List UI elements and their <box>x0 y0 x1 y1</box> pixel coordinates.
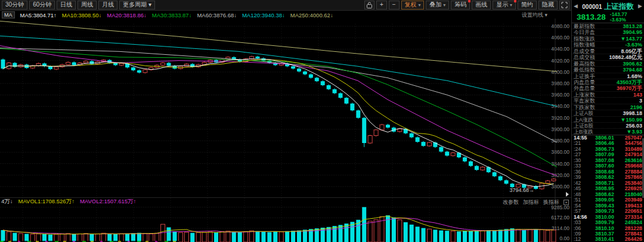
tab-weekly[interactable]: 周线 <box>78 1 97 10</box>
svg-text:4000.00: 4000.00 <box>551 69 569 75</box>
overlay-label: 叠加 <box>429 1 441 8</box>
quote-row-value: 3904.95 <box>623 29 642 35</box>
volume-bars-layer <box>1 207 556 242</box>
quote-row-label: 上证A股 <box>574 110 593 116</box>
quote-row-value: 3906.62 <box>623 61 642 66</box>
stock-name: 上证指数 <box>604 2 634 11</box>
drawline-button[interactable]: 画线 <box>472 1 491 10</box>
quote-row-value: 2196 <box>630 104 642 110</box>
svg-text:3960.00: 3960.00 <box>551 92 569 98</box>
ma-indicator-chip[interactable]: MA <box>2 11 15 18</box>
quote-row-label: 指数涨幅 <box>574 42 595 47</box>
svg-text:4080.00: 4080.00 <box>551 23 569 29</box>
quote-row: 总成交量8.05亿手 <box>572 48 644 54</box>
link-switch-indicator[interactable]: 换指标 <box>543 198 559 206</box>
quote-row: 总成交额10862.48亿元 <box>572 54 644 60</box>
ma-lines-layer <box>0 21 557 187</box>
quote-row: 平盘家数3 <box>572 98 644 104</box>
notification-dot-icon <box>468 0 470 2</box>
quote-row-label: 上涨家数 <box>574 92 595 97</box>
tab-30min[interactable]: 30分钟 <box>2 1 27 10</box>
quote-row-value: 43503万手 <box>617 79 642 85</box>
close-box-icon[interactable]: × <box>564 200 569 205</box>
quote-row: 指数涨幅-3.63% <box>572 42 644 48</box>
quote-row-label: 总成交额 <box>574 54 595 60</box>
volume-header-vol-value: 4万↓ <box>1 198 13 206</box>
tab-daily[interactable]: 日线 <box>57 1 76 10</box>
quote-row-value: ▼3.93 <box>627 129 642 134</box>
tick-row: :123810.41264426 <box>572 237 644 242</box>
svg-text:3940.00: 3940.00 <box>551 103 569 109</box>
quote-row: 最低指数3794.68 <box>572 67 644 73</box>
svg-text:4040.00: 4040.00 <box>551 46 569 52</box>
stock-code: 000001 <box>582 4 602 10</box>
chips-button[interactable]: 筹码 <box>451 1 470 10</box>
quote-row: 最高指数3906.62 <box>572 61 644 67</box>
ma-legend-item-ma60: MA60:3876.68↓ <box>197 12 237 18</box>
quote-row: 外盘总量36970万手 <box>572 85 644 91</box>
quote-row-label: 最高指数 <box>574 61 595 66</box>
volume-header-mavol1: MAVOL1:1708.526万↑ <box>18 198 75 206</box>
svg-text:0.00: 0.00 <box>559 235 569 241</box>
quote-row-label: 总成交量 <box>574 48 595 54</box>
next-stock-arrow-icon[interactable]: ▶ <box>637 3 643 9</box>
zoom-out-button[interactable]: − <box>389 1 400 10</box>
quote-row-value: -3.63% <box>625 42 642 47</box>
lock-icon[interactable] <box>364 1 374 10</box>
ma-legend-item-ma20: MA20:3818.86↓ <box>107 12 147 18</box>
quote-panel-header: ◀ 000001上证指数 ▶ <box>572 0 644 12</box>
display-label: 显示 <box>496 1 508 8</box>
quote-row: 今日开盘3904.95 <box>572 29 644 35</box>
quote-row-value: 8.05亿手 <box>621 48 642 54</box>
quote-row-label: 上B涨跌 <box>574 129 593 134</box>
hide-button[interactable]: 隐藏 <box>538 1 558 10</box>
last-price: 3813.28 <box>577 13 606 21</box>
svg-text:3820.00: 3820.00 <box>551 172 569 178</box>
panel-collapse-arrow-icon[interactable] <box>566 192 569 197</box>
quote-row-value: 143 <box>633 92 642 97</box>
ma-legend-item-ma10: MA10:3808.50↓ <box>62 12 102 18</box>
simple-mode-button[interactable]: 简约 <box>518 1 537 10</box>
fullscreen-icon[interactable] <box>559 1 569 10</box>
quote-row-label: 上证换手 <box>574 73 595 79</box>
quote-row-value: 256.03 <box>626 123 642 128</box>
prev-stock-arrow-icon[interactable]: ◀ <box>573 3 578 9</box>
quote-row: 上证A股3998.18 <box>572 110 644 116</box>
quote-row-value: 1.68% <box>627 73 642 79</box>
svg-text:4060.00: 4060.00 <box>551 35 569 41</box>
price-change: -143.77 -3.63% <box>610 12 627 22</box>
tick-volume: 264426 <box>620 237 642 242</box>
change-percent: -3.63% <box>610 17 627 23</box>
link-change-params[interactable]: 改参数 <box>503 198 519 206</box>
ma-legend-values: MA5:3804.71↑MA10:3808.50↓MA20:3818.86↓MA… <box>20 12 333 18</box>
tab-monthly[interactable]: 月线 <box>98 1 117 10</box>
svg-text:3794.68→: 3794.68→ <box>509 187 534 193</box>
quote-row-label: 平盘家数 <box>574 98 595 103</box>
link-add-indicator[interactable]: 加指标 <box>523 198 539 206</box>
tab-60min[interactable]: 60分钟 <box>29 1 55 10</box>
chart-canvas: 4080.004060.004040.004020.004000.003980.… <box>0 18 571 242</box>
quote-row-value: ▼150.99 <box>621 117 642 122</box>
ma-settings-button[interactable]: 设置均线 ▾ <box>522 11 547 19</box>
tick-list[interactable]: 14:553806.01257047:213806.46344756:24380… <box>572 135 644 242</box>
overlay-button[interactable]: 叠加 ▾ <box>426 1 449 10</box>
volume-header-mavol2: MAVOL2:1507.615万↑ <box>80 198 136 206</box>
volume-pane-links: 改参数加指标换指标× <box>503 198 569 206</box>
display-button[interactable]: 显示 ▾ <box>493 1 516 10</box>
zoom-in-button[interactable]: + <box>376 1 387 10</box>
quote-row-label: 上A涨跌 <box>574 117 593 122</box>
price-summary: 3813.28 -143.77 -3.63% <box>572 12 644 22</box>
svg-text:3920.00: 3920.00 <box>551 115 569 121</box>
tab-more-periods[interactable]: 更多周期 ▾ <box>119 1 155 10</box>
quote-row-label: 最低指数 <box>574 67 595 72</box>
ma-legend-item-ma250: MA250:4000.62↓ <box>290 12 333 18</box>
chips-label: 筹码 <box>454 1 466 8</box>
adjust-price-button[interactable]: 复权 ▾ <box>401 1 425 10</box>
quote-row: 上涨家数143 <box>572 92 644 98</box>
quote-row: 指数涨跌▼143.77 <box>572 36 644 42</box>
price-grid: 4080.004060.004040.004020.004000.003980.… <box>0 18 571 242</box>
candlestick-chart[interactable]: 4080.004060.004040.004020.004000.003980.… <box>0 18 571 242</box>
quote-row-value: 10862.48亿元 <box>609 54 642 60</box>
svg-text:3860.00: 3860.00 <box>551 149 569 155</box>
ma-legend-item-ma120: MA120:3940.38↓ <box>242 12 285 18</box>
